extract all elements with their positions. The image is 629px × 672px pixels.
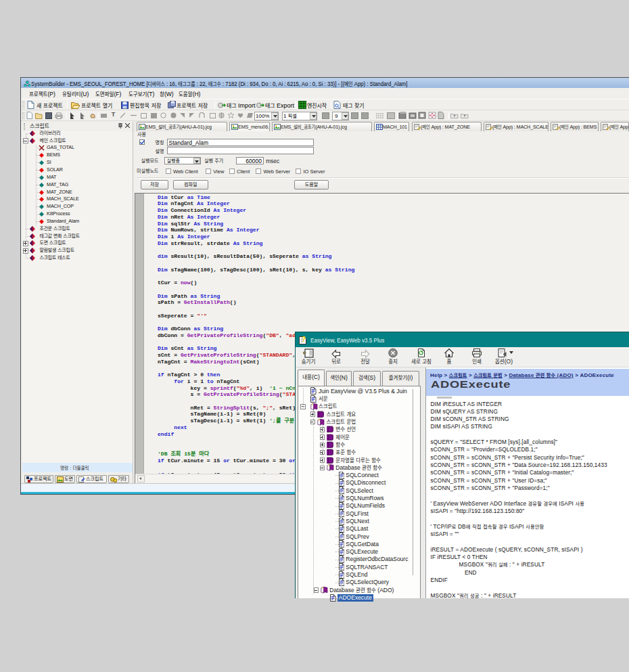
svg-text:?: ?	[302, 336, 306, 343]
